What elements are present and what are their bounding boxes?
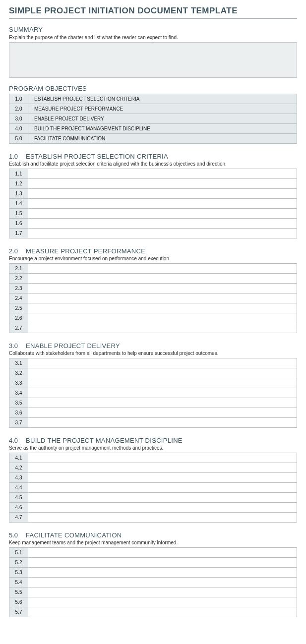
- section-subtext: Serve as the authority on project manage…: [9, 445, 297, 451]
- row-input-cell[interactable]: [28, 408, 297, 418]
- row-number: 3.2: [9, 368, 28, 378]
- row-input-cell[interactable]: [28, 548, 297, 558]
- table-row: 2.7: [9, 323, 297, 333]
- objectives-heading: PROGRAM OBJECTIVES: [9, 85, 297, 92]
- section-subtext: Collaborate with stakeholders from all d…: [9, 351, 297, 356]
- row-input-cell[interactable]: [28, 179, 297, 189]
- row-input-cell[interactable]: [28, 568, 297, 578]
- section-heading-row: 2.0MEASURE PROJECT PERFORMANCE: [9, 247, 297, 255]
- objective-text: ESTABLISH PROJECT SELECTION CRITERIA: [28, 94, 297, 104]
- row-number: 5.2: [9, 558, 28, 568]
- row-input-cell[interactable]: [28, 293, 297, 303]
- row-input-cell[interactable]: [28, 473, 297, 483]
- objective-row: 3.0 ENABLE PROJECT DELIVERY: [9, 114, 297, 124]
- row-number: 4.5: [9, 493, 28, 503]
- table-row: 3.5: [9, 398, 297, 408]
- table-row: 4.4: [9, 483, 297, 493]
- row-input-cell[interactable]: [28, 503, 297, 513]
- section-title: BUILD THE PROJECT MANAGEMENT DISCIPLINE: [26, 437, 183, 444]
- table-row: 5.6: [9, 597, 297, 607]
- table-row: 4.2: [9, 463, 297, 473]
- row-number: 5.6: [9, 597, 28, 607]
- row-number: 1.4: [9, 199, 28, 209]
- row-number: 5.5: [9, 587, 28, 597]
- table-row: 5.7: [9, 607, 297, 617]
- table-row: 4.7: [9, 513, 297, 523]
- table-row: 3.6: [9, 408, 297, 418]
- row-input-cell[interactable]: [28, 388, 297, 398]
- summary-input-box[interactable]: [9, 42, 297, 78]
- row-input-cell[interactable]: [28, 398, 297, 408]
- row-number: 1.3: [9, 189, 28, 199]
- row-number: 3.5: [9, 398, 28, 408]
- row-input-cell[interactable]: [28, 274, 297, 284]
- section-number: 4.0: [9, 437, 26, 444]
- table-row: 4.6: [9, 503, 297, 513]
- section-number: 3.0: [9, 342, 26, 350]
- row-number: 5.1: [9, 548, 28, 558]
- objective-num: 3.0: [9, 114, 28, 124]
- row-input-cell[interactable]: [28, 597, 297, 607]
- row-number: 2.4: [9, 293, 28, 303]
- row-input-cell[interactable]: [28, 578, 297, 587]
- section-table: 5.15.25.35.45.55.65.7: [9, 547, 297, 617]
- row-input-cell[interactable]: [28, 453, 297, 463]
- row-number: 5.3: [9, 568, 28, 578]
- objective-text: BUILD THE PROJECT MANAGEMENT DISCIPLINE: [28, 124, 297, 134]
- row-input-cell[interactable]: [28, 558, 297, 568]
- objective-row: 1.0 ESTABLISH PROJECT SELECTION CRITERIA: [9, 94, 297, 104]
- document-title: SIMPLE PROJECT INITIATION DOCUMENT TEMPL…: [9, 6, 297, 19]
- row-number: 3.3: [9, 378, 28, 388]
- row-input-cell[interactable]: [28, 219, 297, 229]
- summary-heading: SUMMARY: [9, 26, 297, 33]
- summary-subtext: Explain the purpose of the charter and l…: [9, 35, 297, 40]
- objective-text: FACILITATE COMMUNICATION: [28, 134, 297, 144]
- table-row: 1.5: [9, 209, 297, 219]
- objective-num: 4.0: [9, 124, 28, 134]
- row-number: 4.2: [9, 463, 28, 473]
- row-input-cell[interactable]: [28, 284, 297, 293]
- row-input-cell[interactable]: [28, 199, 297, 209]
- table-row: 3.1: [9, 358, 297, 368]
- row-number: 3.7: [9, 418, 28, 428]
- row-input-cell[interactable]: [28, 463, 297, 473]
- row-input-cell[interactable]: [28, 587, 297, 597]
- table-row: 3.3: [9, 378, 297, 388]
- row-number: 1.7: [9, 229, 28, 238]
- row-input-cell[interactable]: [28, 378, 297, 388]
- table-row: 5.1: [9, 548, 297, 558]
- row-number: 4.1: [9, 453, 28, 463]
- row-number: 2.7: [9, 323, 28, 333]
- row-input-cell[interactable]: [28, 323, 297, 333]
- row-input-cell[interactable]: [28, 358, 297, 368]
- section-number: 5.0: [9, 531, 26, 539]
- section-table: 4.14.24.34.44.54.64.7: [9, 453, 297, 523]
- objective-row: 5.0 FACILITATE COMMUNICATION: [9, 134, 297, 144]
- table-row: 1.6: [9, 219, 297, 229]
- row-number: 5.7: [9, 607, 28, 617]
- row-input-cell[interactable]: [28, 483, 297, 493]
- row-number: 5.4: [9, 578, 28, 587]
- row-input-cell[interactable]: [28, 368, 297, 378]
- row-input-cell[interactable]: [28, 264, 297, 274]
- section-table: 2.12.22.32.42.52.62.7: [9, 263, 297, 333]
- row-input-cell[interactable]: [28, 313, 297, 323]
- objective-text: MEASURE PROJECT PERFORMANCE: [28, 104, 297, 114]
- row-input-cell[interactable]: [28, 607, 297, 617]
- row-input-cell[interactable]: [28, 493, 297, 503]
- row-input-cell[interactable]: [28, 303, 297, 313]
- table-row: 4.3: [9, 473, 297, 483]
- row-number: 1.1: [9, 169, 28, 179]
- row-input-cell[interactable]: [28, 209, 297, 219]
- table-row: 5.2: [9, 558, 297, 568]
- table-row: 3.7: [9, 418, 297, 428]
- row-input-cell[interactable]: [28, 169, 297, 179]
- row-input-cell[interactable]: [28, 418, 297, 428]
- section-number: 1.0: [9, 153, 26, 160]
- table-row: 4.5: [9, 493, 297, 503]
- section-subtext: Keep management teams and the project ma…: [9, 540, 297, 545]
- row-input-cell[interactable]: [28, 229, 297, 238]
- row-number: 1.6: [9, 219, 28, 229]
- row-input-cell[interactable]: [28, 513, 297, 523]
- row-input-cell[interactable]: [28, 189, 297, 199]
